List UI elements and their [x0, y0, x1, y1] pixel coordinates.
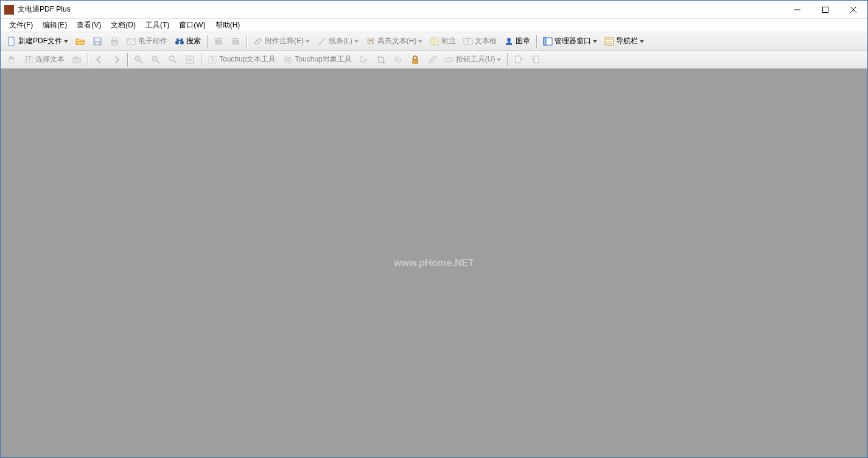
- svg-rect-37: [286, 58, 290, 62]
- email-button[interactable]: 电子邮件: [124, 34, 170, 49]
- indent-right-button[interactable]: [228, 34, 243, 49]
- svg-rect-4: [96, 42, 99, 44]
- textbox-icon: T: [463, 37, 473, 46]
- manager-window-button[interactable]: 管理器窗口: [540, 34, 600, 49]
- touchup-text-button[interactable]: T Touchup文本工具: [205, 52, 279, 67]
- nav-bar-button[interactable]: 导航栏: [601, 34, 647, 49]
- extract-button[interactable]: [511, 52, 527, 67]
- attach-note-button[interactable]: 附件注释(E): [250, 34, 313, 49]
- indent-left-button[interactable]: [211, 34, 226, 49]
- dropdown-icon: [497, 58, 501, 61]
- security-button[interactable]: [407, 52, 423, 67]
- minimize-button[interactable]: [783, 1, 811, 19]
- textbox-button[interactable]: T 文本框: [460, 34, 500, 49]
- new-pdf-button[interactable]: 新建PDF文件: [4, 34, 71, 49]
- dropdown-icon: [418, 40, 422, 43]
- zoom-out-button[interactable]: [148, 52, 164, 67]
- svg-point-32: [169, 56, 174, 61]
- link-icon: [393, 55, 403, 65]
- dropdown-icon: [64, 40, 68, 43]
- svg-text:T: T: [211, 55, 215, 64]
- open-button[interactable]: [72, 34, 88, 49]
- link-button[interactable]: [390, 52, 406, 67]
- separator: [88, 53, 88, 66]
- app-window: 文电通PDF Plus 文件(F) 编辑(E) 查看(V) 文档(D) 工具(T…: [0, 0, 868, 458]
- menu-tools[interactable]: 工具(T): [141, 19, 174, 32]
- toolbar-secondary: IT 选择文本 T Touchup文本工具 Touchup对象工具 按钮: [1, 51, 867, 69]
- document-area: www.pHome.NET: [1, 69, 867, 457]
- page-in-icon: [531, 55, 541, 65]
- zoom-in-icon: [134, 55, 144, 65]
- zoom-in-button[interactable]: [131, 52, 147, 67]
- pointer-icon: [359, 55, 369, 65]
- note-button[interactable]: 附注: [427, 34, 459, 49]
- svg-rect-38: [413, 59, 418, 63]
- touchup-text-icon: T: [208, 55, 217, 65]
- save-icon: [93, 37, 102, 46]
- print-button[interactable]: [107, 34, 122, 49]
- next-page-button[interactable]: [108, 52, 124, 67]
- separator: [127, 53, 128, 66]
- separator: [507, 53, 508, 66]
- fit-icon: [185, 55, 195, 65]
- hand-tool-button[interactable]: [4, 52, 19, 67]
- lock-icon: [410, 55, 420, 65]
- touchup-object-icon: [283, 55, 293, 65]
- stamp-icon: [504, 37, 514, 46]
- camera-icon: [72, 55, 82, 65]
- svg-rect-29: [75, 57, 77, 58]
- svg-rect-40: [516, 56, 520, 63]
- menu-window[interactable]: 窗口(W): [174, 19, 210, 32]
- zoom-marquee-button[interactable]: [165, 52, 181, 67]
- svg-rect-3: [95, 38, 100, 41]
- separator: [207, 35, 208, 48]
- select-text-button[interactable]: IT 选择文本: [21, 52, 68, 67]
- menu-help[interactable]: 帮助(H): [211, 19, 245, 32]
- menu-view[interactable]: 查看(V): [72, 19, 106, 32]
- svg-text:T: T: [466, 37, 471, 45]
- close-button[interactable]: [839, 1, 867, 19]
- maximize-button[interactable]: [811, 1, 839, 19]
- email-icon: [127, 37, 136, 46]
- arrow-right-icon: [111, 55, 121, 65]
- svg-point-28: [75, 58, 79, 62]
- title-bar: 文电通PDF Plus: [1, 1, 867, 19]
- save-button[interactable]: [89, 34, 105, 49]
- crop-button[interactable]: [373, 52, 389, 67]
- svg-text:IT: IT: [26, 55, 32, 63]
- highlight-button[interactable]: H 高亮文本(H): [363, 34, 426, 49]
- svg-text:H: H: [368, 37, 374, 45]
- prev-page-button[interactable]: [91, 52, 107, 67]
- menu-file[interactable]: 文件(F): [4, 19, 38, 32]
- separator: [536, 35, 537, 48]
- separator: [247, 35, 247, 48]
- list-icon: [604, 37, 614, 46]
- menu-edit[interactable]: 编辑(E): [38, 19, 72, 32]
- stamp-button[interactable]: 图章: [501, 34, 533, 49]
- highlight-icon: H: [366, 37, 376, 46]
- svg-rect-13: [178, 40, 181, 41]
- svg-rect-7: [113, 43, 116, 45]
- fit-page-button[interactable]: [182, 52, 198, 67]
- app-icon: [4, 5, 14, 15]
- crop-icon: [376, 55, 386, 65]
- watermark-center: www.pHome.NET: [394, 258, 474, 269]
- zoom-icon: [168, 55, 178, 65]
- insert-button[interactable]: [528, 52, 544, 67]
- button-icon: [444, 55, 454, 65]
- line-button[interactable]: 线条(L): [314, 34, 362, 49]
- search-button[interactable]: 搜索: [172, 34, 204, 49]
- snapshot-button[interactable]: [69, 52, 85, 67]
- hand-icon: [7, 55, 16, 65]
- line-icon: [317, 37, 327, 46]
- dropdown-icon: [306, 40, 310, 43]
- svg-rect-20: [508, 41, 510, 43]
- pointer-button[interactable]: [356, 52, 372, 67]
- button-tool[interactable]: 按钮工具(U): [441, 52, 505, 67]
- panel-icon: [543, 37, 553, 46]
- sign-button[interactable]: [424, 52, 440, 67]
- indent-left-icon: [214, 37, 223, 46]
- touchup-object-button[interactable]: Touchup对象工具: [280, 52, 354, 67]
- text-select-icon: IT: [24, 55, 33, 65]
- menu-document[interactable]: 文档(D): [106, 19, 141, 32]
